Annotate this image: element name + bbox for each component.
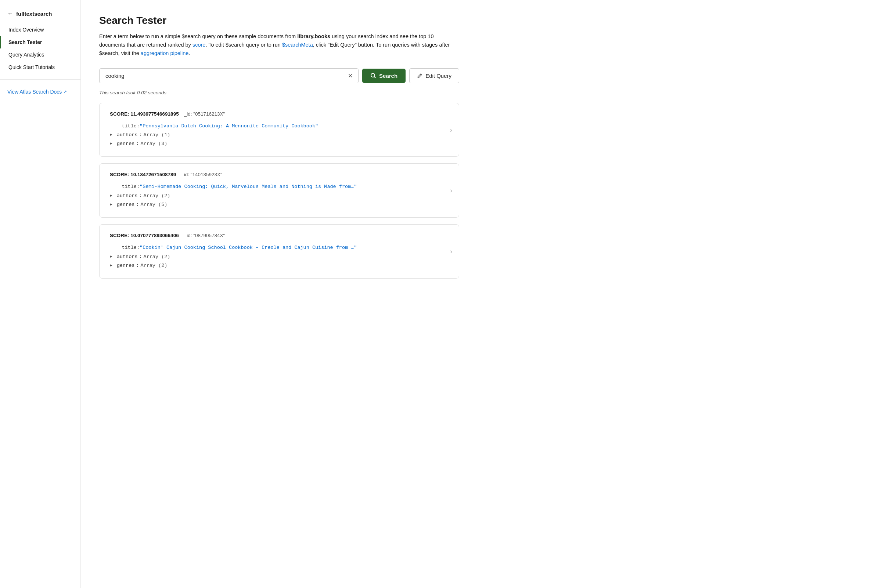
expand-arrow-icon: ▶ — [110, 262, 113, 269]
genres-key: genres — [114, 261, 135, 270]
field-row-genres[interactable]: ▶ genres : Array (5) — [110, 200, 448, 209]
result-header: SCORE: 11.493977546691895 _id: "05171621… — [110, 111, 448, 117]
svg-line-2 — [420, 75, 421, 76]
authors-value: Array (1) — [144, 130, 170, 140]
expand-arrow-icon: ▶ — [110, 253, 113, 261]
clear-input-button[interactable]: ✕ — [346, 72, 354, 80]
description-text: Enter a term below to run a simple $sear… — [99, 32, 452, 58]
sidebar: ← fulltextsearch Index Overview Search T… — [0, 0, 81, 588]
authors-key: authors — [114, 252, 138, 261]
field-row-title: title : "Semi-Homemade Cooking: Quick, M… — [110, 182, 448, 191]
expand-arrow-icon: ▶ — [110, 201, 113, 208]
page-title: Search Tester — [99, 15, 860, 26]
title-key: title — [110, 122, 137, 130]
field-row-title: title : "Cookin' Cajun Cooking School Co… — [110, 243, 448, 252]
result-header: SCORE: 10.070777893066406 _id: "08790578… — [110, 233, 448, 238]
aggregation-pipeline-link[interactable]: aggregation pipeline — [141, 50, 189, 56]
id-label: _id: "051716213X" — [184, 111, 225, 117]
result-card: SCORE: 11.493977546691895 _id: "05171621… — [99, 103, 459, 157]
search-input[interactable] — [99, 68, 359, 83]
genres-value: Array (2) — [140, 261, 167, 270]
sidebar-item-quick-start[interactable]: Quick Start Tutorials — [0, 61, 80, 74]
result-expand-chevron[interactable]: › — [450, 248, 452, 255]
back-arrow-icon: ← — [8, 10, 13, 17]
title-value: "Semi-Homemade Cooking: Quick, Marvelous… — [140, 182, 357, 191]
id-label: _id: "087905784X" — [184, 233, 225, 238]
field-row-genres[interactable]: ▶ genres : Array (3) — [110, 140, 448, 148]
score-label: SCORE: 10.070777893066406 — [110, 233, 179, 238]
expand-arrow-icon: ▶ — [110, 131, 113, 139]
field-row-title: title : "Pennsylvania Dutch Cooking: A M… — [110, 122, 448, 130]
genres-key: genres — [114, 200, 135, 209]
sidebar-back-label: fulltextsearch — [16, 10, 52, 17]
authors-key: authors — [114, 130, 138, 140]
expand-arrow-icon: ▶ — [110, 140, 113, 147]
sidebar-back-link[interactable]: ← fulltextsearch — [0, 10, 80, 24]
authors-key: authors — [114, 192, 138, 200]
pencil-icon — [417, 73, 422, 78]
search-time-text: This search took 0.02 seconds — [99, 90, 860, 95]
sidebar-item-search-tester[interactable]: Search Tester — [0, 36, 80, 48]
search-input-wrapper: ✕ — [99, 68, 359, 83]
sidebar-nav: Index Overview Search Tester Query Analy… — [0, 24, 80, 74]
id-label: _id: "140135923X" — [181, 172, 222, 177]
genres-value: Array (3) — [140, 140, 167, 148]
field-row-genres[interactable]: ▶ genres : Array (2) — [110, 261, 448, 270]
result-fields: title : "Cookin' Cajun Cooking School Co… — [110, 243, 448, 270]
field-row-authors[interactable]: ▶ authors : Array (2) — [110, 192, 448, 200]
authors-value: Array (2) — [144, 252, 170, 261]
result-fields: title : "Semi-Homemade Cooking: Quick, M… — [110, 182, 448, 209]
field-row-authors[interactable]: ▶ authors : Array (1) — [110, 130, 448, 140]
genres-key: genres — [114, 140, 135, 148]
title-value: "Cookin' Cajun Cooking School Cookbook –… — [140, 243, 357, 252]
score-link[interactable]: score — [192, 42, 205, 48]
external-link-icon: ↗ — [63, 89, 67, 94]
sidebar-item-query-analytics[interactable]: Query Analytics — [0, 48, 80, 61]
authors-value: Array (2) — [144, 192, 170, 200]
score-label: SCORE: 11.493977546691895 — [110, 111, 179, 117]
sidebar-divider — [0, 79, 80, 80]
result-header: SCORE: 10.18472671508789 _id: "140135923… — [110, 172, 448, 177]
search-icon — [370, 73, 376, 78]
result-expand-chevron[interactable]: › — [450, 126, 452, 134]
sidebar-item-index-overview[interactable]: Index Overview — [0, 24, 80, 36]
title-key: title — [110, 182, 137, 191]
view-atlas-search-docs-link[interactable]: View Atlas Search Docs ↗ — [0, 86, 80, 98]
expand-arrow-icon: ▶ — [110, 192, 113, 200]
result-card: SCORE: 10.18472671508789 _id: "140135923… — [99, 164, 459, 218]
field-row-authors[interactable]: ▶ authors : Array (2) — [110, 252, 448, 261]
title-value: "Pennsylvania Dutch Cooking: A Mennonite… — [140, 122, 318, 130]
score-label: SCORE: 10.18472671508789 — [110, 172, 176, 177]
genres-value: Array (5) — [140, 200, 167, 209]
main-content: Search Tester Enter a term below to run … — [81, 0, 878, 588]
searchmeta-link[interactable]: $searchMeta — [282, 42, 313, 48]
edit-query-button[interactable]: Edit Query — [409, 68, 459, 83]
search-button[interactable]: Search — [362, 69, 406, 83]
result-fields: title : "Pennsylvania Dutch Cooking: A M… — [110, 122, 448, 148]
search-bar-row: ✕ Search Edit Query — [99, 68, 459, 83]
title-key: title — [110, 243, 137, 252]
result-card: SCORE: 10.070777893066406 _id: "08790578… — [99, 224, 459, 279]
result-expand-chevron[interactable]: › — [450, 187, 452, 195]
svg-line-1 — [374, 77, 376, 78]
